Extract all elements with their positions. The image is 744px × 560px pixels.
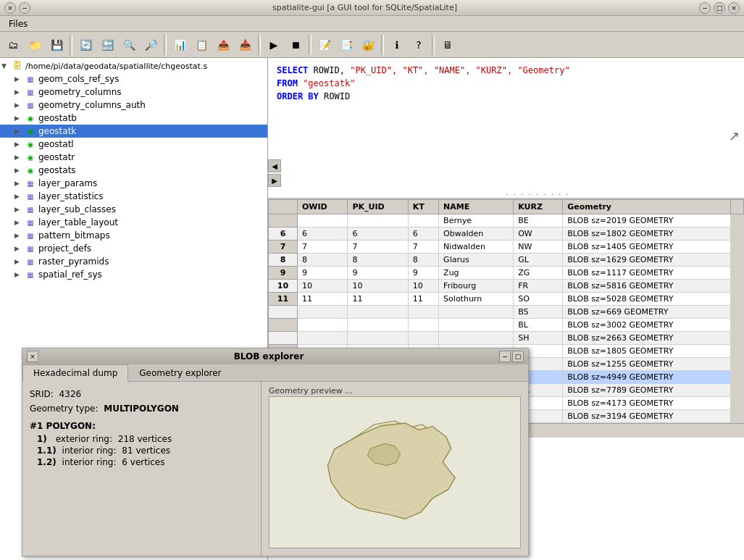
tree-item-geostats[interactable]: ▶ ◉ geostats	[0, 164, 267, 177]
cell-geometry[interactable]: BLOB sz=1802 GEOMETRY	[563, 227, 731, 241]
table-row[interactable]: 11111111SolothurnSOBLOB sz=5028 GEOMETRY	[269, 293, 744, 306]
cell-kt: 9	[408, 267, 438, 280]
tb-btn-5[interactable]: 🔍	[119, 35, 139, 55]
blob-minimize[interactable]: −	[499, 351, 511, 362]
tb-btn-16[interactable]: ℹ	[387, 35, 407, 55]
blob-maximize[interactable]: □	[512, 351, 524, 362]
tree-arrow-14: ▶	[14, 258, 25, 265]
table-row[interactable]: BLBLOB sz=3002 GEOMETRY	[269, 319, 744, 332]
tb-btn-11[interactable]: ▶	[264, 35, 284, 55]
tree-item-layer-table-layout[interactable]: ▶ ▦ layer_table_layout	[0, 216, 267, 229]
cell-geometry[interactable]: BLOB sz=1255 GEOMETRY	[563, 358, 731, 371]
cell-geometry[interactable]: BLOB sz=7789 GEOMETRY	[563, 384, 731, 397]
col-header-geometry[interactable]: Geometry	[563, 200, 731, 214]
tree-item-geom-cols[interactable]: ▶ ▦ geom_cols_ref_sys	[0, 72, 267, 85]
tree-item-geostatr[interactable]: ▶ ◉ geostatr	[0, 151, 267, 164]
sql-icon-right: ↗	[729, 128, 740, 143]
sql-scroll-down[interactable]: ▶	[268, 174, 281, 187]
minimize-button[interactable]: −	[19, 2, 30, 14]
tb-btn-18[interactable]: 🖥	[438, 35, 458, 55]
tree-item-layer-statistics[interactable]: ▶ ▦ layer_statistics	[0, 190, 267, 203]
cell-geometry[interactable]: BLOB sz=3002 GEOMETRY	[563, 319, 731, 332]
tree-item-pattern-bitmaps[interactable]: ▶ ▦ pattern_bitmaps	[0, 229, 267, 242]
cell-scroll-placeholder	[731, 227, 744, 241]
cell-scroll-placeholder	[731, 332, 744, 345]
sql-editor[interactable]: SELECT ROWID, "PK_UID", "KT", "NAME", "K…	[268, 58, 744, 199]
cell-geometry[interactable]: BLOB sz=1805 GEOMETRY	[563, 345, 731, 358]
tree-label-15: spatial_ref_sys	[38, 269, 102, 280]
blob-close[interactable]: ×	[27, 351, 38, 362]
tb-btn-12[interactable]: ⏹	[285, 35, 306, 55]
sql-content[interactable]: SELECT ROWID, "PK_UID", "KT", "NAME", "K…	[268, 58, 744, 198]
table-row[interactable]: 6666ObwaldenOWBLOB sz=1802 GEOMETRY	[269, 227, 744, 241]
tb-btn-10[interactable]: 📥	[235, 35, 255, 55]
cell-geometry[interactable]: BLOB sz=1629 GEOMETRY	[563, 254, 731, 267]
cell-geometry[interactable]: BLOB sz=3194 GEOMETRY	[563, 410, 731, 423]
tb-btn-0[interactable]: 🗂	[3, 35, 23, 55]
cell-geometry[interactable]: BLOB sz=1117 GEOMETRY	[563, 267, 731, 280]
col-header-pkuid[interactable]: PK_UID	[348, 200, 408, 214]
col-header-owid[interactable]: OWID	[298, 200, 348, 214]
col-header-kt[interactable]: KT	[408, 200, 438, 214]
tree-item-geostatk[interactable]: ▶ ◉ geostatk	[0, 125, 267, 138]
tb-btn-1[interactable]: 📁	[25, 35, 45, 55]
tree-item-layer-params[interactable]: ▶ ▦ layer_params	[0, 177, 267, 190]
table-row[interactable]: SHBLOB sz=2663 GEOMETRY	[269, 332, 744, 345]
close-button-right[interactable]: ×	[728, 2, 740, 14]
blob-right-panel: Geometry preview ...	[262, 382, 528, 556]
tb-btn-3[interactable]: 🔄	[75, 35, 96, 55]
blob-tab-geo[interactable]: Geometry explorer	[128, 364, 232, 381]
menu-files[interactable]: Files	[3, 17, 33, 30]
cell-kt	[408, 214, 438, 227]
col-header-name[interactable]: NAME	[439, 200, 514, 214]
cell-geometry[interactable]: BLOB sz=4173 GEOMETRY	[563, 397, 731, 410]
cell-owid	[298, 332, 348, 345]
tree-arrow-10: ▶	[14, 206, 25, 213]
tb-btn-2[interactable]: 💾	[46, 35, 67, 55]
sql-scroll-up[interactable]: ◀	[268, 159, 281, 172]
tree-item-geostatb[interactable]: ▶ ◉ geostatb	[0, 112, 267, 125]
tb-btn-4[interactable]: 🔙	[97, 35, 117, 55]
table-row[interactable]: 10101010FribourgFRBLOB sz=5816 GEOMETRY	[269, 280, 744, 293]
cell-name	[439, 319, 514, 332]
tree-item-geostatl[interactable]: ▶ ◉ geostatl	[0, 138, 267, 151]
cell-geometry[interactable]: BLOB sz=2019 GEOMETRY	[563, 214, 731, 227]
tb-btn-15[interactable]: 🔐	[358, 35, 378, 55]
sql-columns: "PK_UID", "KT", "NAME", "KURZ", "Geometr…	[350, 65, 569, 75]
tree-item-raster-pyramids[interactable]: ▶ ▦ raster_pyramids	[0, 255, 267, 268]
table-row[interactable]: BSBLOB sz=669 GEOMETRY	[269, 306, 744, 319]
tb-btn-6[interactable]: 🔎	[141, 35, 161, 55]
table-row[interactable]: 7777NidwaldenNWBLOB sz=1405 GEOMETRY	[269, 241, 744, 254]
tree-item-geometry-columns-auth[interactable]: ▶ ▦ geometry_columns_auth	[0, 99, 267, 112]
blob-tab-hex[interactable]: Hexadecimal dump	[22, 364, 128, 382]
tb-btn-9[interactable]: 📤	[213, 35, 233, 55]
tree-item-spatial-ref-sys[interactable]: ▶ ▦ spatial_ref_sys	[0, 268, 267, 281]
cell-owid: 11	[298, 293, 348, 306]
maximize-button[interactable]: □	[714, 2, 725, 14]
tb-btn-8[interactable]: 📋	[191, 35, 212, 55]
tree-item-project-defs[interactable]: ▶ ▦ project_defs	[0, 242, 267, 255]
blob-srid-label: SRID:	[30, 389, 54, 399]
table-row[interactable]: 8888GlarusGLBLOB sz=1629 GEOMETRY	[269, 254, 744, 267]
cell-scroll-placeholder	[731, 306, 744, 319]
close-button[interactable]: ×	[4, 2, 16, 14]
tb-btn-14[interactable]: 📑	[336, 35, 356, 55]
cell-geometry[interactable]: BLOB sz=1405 GEOMETRY	[563, 241, 731, 254]
table-row[interactable]: BernyeBEBLOB sz=2019 GEOMETRY	[269, 214, 744, 227]
cell-geometry[interactable]: BLOB sz=2663 GEOMETRY	[563, 332, 731, 345]
tree-label-13: project_defs	[38, 243, 91, 254]
tb-btn-13[interactable]: 📝	[314, 35, 335, 55]
cell-geometry[interactable]: BLOB sz=5028 GEOMETRY	[563, 293, 731, 306]
tb-btn-7[interactable]: 📊	[170, 35, 190, 55]
table-row[interactable]: 9999ZugZGBLOB sz=1117 GEOMETRY	[269, 267, 744, 280]
tree-item-geometry-columns[interactable]: ▶ ▦ geometry_columns	[0, 85, 267, 99]
tree-root-item[interactable]: ▼ 🗄 /home/pi/data/geodata/spatiallite/ch…	[0, 59, 267, 72]
cell-geometry[interactable]: BLOB sz=5816 GEOMETRY	[563, 280, 731, 293]
col-header-kurz[interactable]: KURZ	[514, 200, 563, 214]
minimize-button-right[interactable]: −	[699, 2, 711, 14]
tree-arrow-12: ▶	[14, 232, 25, 239]
cell-geometry[interactable]: BLOB sz=4949 GEOMETRY	[563, 371, 731, 384]
cell-geometry[interactable]: BLOB sz=669 GEOMETRY	[563, 306, 731, 319]
tb-btn-17[interactable]: ?	[409, 35, 429, 55]
tree-item-layer-sub-classes[interactable]: ▶ ▦ layer_sub_classes	[0, 203, 267, 216]
